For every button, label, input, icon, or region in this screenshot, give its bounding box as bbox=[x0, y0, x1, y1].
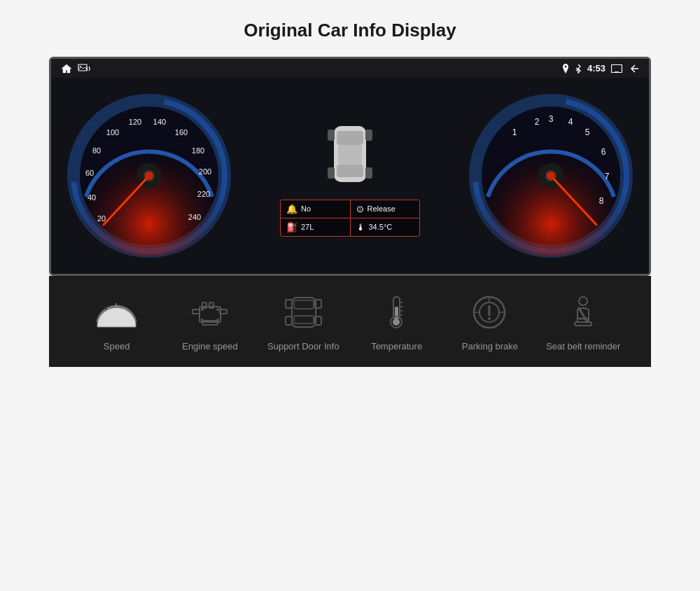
back-icon[interactable] bbox=[628, 64, 639, 74]
status-right-icons: 4:53 bbox=[562, 63, 639, 74]
tachometer: 1 2 3 4 5 6 7 8 bbox=[467, 92, 635, 260]
svg-text:8: 8 bbox=[599, 196, 604, 206]
fuel-value: 27L bbox=[301, 223, 314, 231]
temp-info: 🌡 34.5°C bbox=[351, 218, 420, 236]
svg-text:20: 20 bbox=[97, 214, 106, 223]
svg-text:140: 140 bbox=[153, 118, 166, 126]
media-icon bbox=[78, 64, 90, 74]
engine-icon bbox=[186, 291, 234, 333]
feature-seatbelt: Seat belt reminder bbox=[545, 291, 622, 353]
brake-icon bbox=[465, 291, 514, 333]
brake-small-icon: ⊙ bbox=[356, 204, 364, 214]
svg-rect-91 bbox=[575, 322, 592, 326]
svg-point-48 bbox=[547, 172, 555, 180]
parking-brake-label: Parking brake bbox=[462, 340, 518, 353]
svg-rect-71 bbox=[286, 317, 292, 325]
time-display: 4:53 bbox=[587, 63, 606, 74]
svg-text:7: 7 bbox=[605, 172, 610, 181]
svg-text:2: 2 bbox=[535, 117, 540, 127]
svg-rect-59 bbox=[192, 310, 200, 314]
fuel-info: ⛽ 27L bbox=[281, 218, 351, 236]
location-icon bbox=[562, 64, 569, 74]
thermometer-icon bbox=[372, 291, 421, 333]
speed-label: Speed bbox=[104, 340, 130, 353]
info-row-fuel-temp: ⛽ 27L 🌡 34.5°C bbox=[281, 218, 419, 236]
svg-text:220: 220 bbox=[197, 190, 210, 198]
seatbelt-label: Seat belt reminder bbox=[546, 340, 620, 353]
status-bar: 4:53 bbox=[51, 59, 649, 78]
fuel-icon: ⛽ bbox=[286, 222, 298, 232]
svg-text:180: 180 bbox=[192, 146, 204, 155]
temp-icon: 🌡 bbox=[356, 222, 365, 232]
svg-point-24 bbox=[145, 172, 153, 180]
svg-rect-69 bbox=[286, 300, 292, 308]
svg-rect-30 bbox=[365, 130, 372, 141]
svg-rect-27 bbox=[338, 145, 362, 165]
svg-text:3: 3 bbox=[549, 114, 554, 124]
svg-rect-66 bbox=[292, 298, 316, 327]
page-title: Original Car Info Display bbox=[244, 20, 456, 41]
feature-parking-brake: Parking brake bbox=[451, 291, 528, 353]
dashboard-main: 20 40 60 80 100 120 140 160 180 200 220 … bbox=[51, 78, 649, 274]
svg-rect-0 bbox=[78, 64, 87, 71]
feature-temperature: Temperature bbox=[358, 291, 435, 353]
info-row-seatbelt-brake: 🔔 No ⊙ Release bbox=[281, 200, 419, 218]
svg-point-2 bbox=[564, 65, 566, 67]
speedometer: 20 40 60 80 100 120 140 160 180 200 220 … bbox=[65, 92, 233, 260]
svg-text:200: 200 bbox=[199, 167, 211, 176]
svg-text:100: 100 bbox=[106, 128, 119, 137]
svg-point-84 bbox=[488, 317, 491, 320]
svg-text:160: 160 bbox=[175, 128, 188, 137]
seatbelt-info: 🔔 No bbox=[281, 200, 351, 218]
svg-point-1 bbox=[80, 66, 81, 67]
status-left-icons bbox=[61, 64, 90, 74]
car-top-view bbox=[326, 116, 374, 193]
feature-engine: Engine speed bbox=[172, 291, 248, 353]
svg-text:40: 40 bbox=[88, 193, 96, 202]
svg-rect-28 bbox=[337, 165, 363, 177]
svg-rect-3 bbox=[612, 64, 622, 72]
svg-rect-68 bbox=[294, 316, 314, 324]
brake-value: Release bbox=[368, 204, 396, 213]
seatbelt-small-icon: 🔔 bbox=[286, 204, 298, 214]
feature-door: Support Door Info bbox=[265, 291, 342, 353]
svg-point-62 bbox=[201, 308, 204, 311]
features-section: Speed Engine speed bbox=[49, 276, 651, 367]
home-icon bbox=[61, 64, 72, 74]
door-label: Support Door Info bbox=[267, 340, 340, 353]
seatbelt-value: No bbox=[301, 204, 311, 213]
svg-text:120: 120 bbox=[129, 118, 141, 126]
car-info-grid: 🔔 No ⊙ Release ⛽ 27L 🌡 34.5°C bbox=[280, 200, 420, 237]
svg-rect-31 bbox=[328, 167, 335, 179]
svg-text:60: 60 bbox=[85, 169, 94, 177]
svg-rect-67 bbox=[294, 300, 314, 309]
svg-point-64 bbox=[201, 319, 204, 321]
svg-point-63 bbox=[216, 308, 219, 311]
svg-text:5: 5 bbox=[585, 127, 590, 137]
seatbelt-icon bbox=[559, 291, 608, 333]
engine-label: Engine speed bbox=[182, 340, 238, 353]
svg-text:6: 6 bbox=[601, 147, 606, 157]
svg-text:240: 240 bbox=[188, 213, 201, 221]
brake-info: ⊙ Release bbox=[351, 200, 420, 218]
svg-rect-29 bbox=[328, 130, 335, 141]
svg-point-76 bbox=[393, 319, 400, 326]
dashboard-display: 4:53 bbox=[49, 57, 651, 276]
speed-icon bbox=[92, 291, 141, 333]
svg-rect-32 bbox=[365, 167, 372, 179]
svg-text:1: 1 bbox=[512, 127, 517, 137]
svg-point-88 bbox=[579, 297, 587, 305]
screen-icon bbox=[611, 64, 622, 73]
svg-text:80: 80 bbox=[92, 146, 101, 155]
center-panel: 🔔 No ⊙ Release ⛽ 27L 🌡 34.5°C bbox=[273, 116, 427, 237]
svg-point-65 bbox=[216, 319, 219, 321]
svg-line-89 bbox=[579, 308, 587, 322]
svg-text:4: 4 bbox=[568, 117, 573, 127]
door-icon bbox=[279, 291, 328, 333]
svg-rect-26 bbox=[337, 131, 363, 145]
bluetooth-icon bbox=[575, 64, 582, 74]
temp-value: 34.5°C bbox=[369, 223, 393, 231]
feature-speed: Speed bbox=[78, 291, 155, 353]
temperature-label: Temperature bbox=[371, 340, 422, 353]
